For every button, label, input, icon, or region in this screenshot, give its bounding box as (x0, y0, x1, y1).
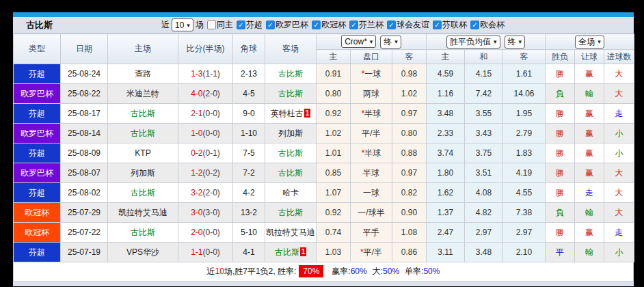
away-team-link[interactable]: 古比斯 (278, 208, 303, 217)
checkbox-unchecked-icon[interactable] (207, 20, 216, 29)
table-row: 芬超 25-07-19 VPS华沙 1-1(0-0) 4-1 古比斯1 1.03… (14, 243, 634, 262)
result-wdl: 勝 (546, 183, 575, 203)
filter-label: 欧冠杯 (321, 19, 346, 31)
score-cell: 4-0(2-0) (178, 84, 233, 104)
checkbox-checked-icon[interactable]: ✓ (349, 20, 358, 29)
away-team-link[interactable]: 哈卡 (282, 188, 299, 197)
checkbox-checked-icon[interactable]: ✓ (266, 20, 275, 29)
single-rate-value: 50% (423, 266, 440, 276)
home-team-link[interactable]: VPS华沙 (126, 247, 159, 257)
match-date: 25-08-14 (61, 124, 108, 144)
scope-select[interactable]: 全场▾ (575, 36, 604, 49)
result-goals: 大 (604, 163, 634, 183)
odds-company-select[interactable]: Crow*▾ (341, 35, 376, 48)
odds-group-header: Crow*▾终▾ (317, 34, 427, 50)
match-date: 25-08-07 (61, 163, 108, 183)
home-team-link[interactable]: 米迪兰特 (126, 89, 159, 98)
table-row: 芬超 25-08-24 查路 1-3(1-1) 2-13 古比斯 0.91 *一… (14, 64, 634, 84)
filter-option[interactable]: ✓芬兰杯 (346, 19, 384, 31)
home-team-link[interactable]: KTP (135, 148, 150, 158)
chevron-down-icon: ▾ (394, 38, 398, 45)
result-goals: 小 (604, 144, 634, 163)
checkbox-checked-icon[interactable]: ✓ (312, 20, 321, 29)
home-team-cell: 查路 (108, 64, 178, 84)
away-team-link[interactable]: 古比斯 (278, 69, 303, 79)
checkbox-checked-icon[interactable]: ✓ (470, 20, 479, 29)
away-team-link[interactable]: 古比斯 (275, 247, 299, 257)
result-goals: 小 (604, 243, 634, 262)
checkbox-checked-icon[interactable]: ✓ (237, 20, 245, 29)
result-wdl: 勝 (546, 144, 575, 163)
handicap-home-odds: 1.07 (317, 183, 351, 203)
filter-label: 芬联杯 (442, 19, 467, 31)
handicap-away-odds: 0.97 (392, 163, 427, 183)
filter-option[interactable]: ✓欧罗巴杯 (263, 19, 308, 31)
filter-label: 同主 (217, 19, 233, 31)
handicap-home-odds: 1.01 (317, 144, 351, 163)
filter-option[interactable]: ✓欧冠杯 (308, 19, 346, 31)
score-cell: 1-1(0-0) (178, 243, 233, 262)
away-team-cell: 英特杜古1 (265, 104, 317, 124)
avg-time-value: 终 (508, 36, 516, 48)
checkbox-checked-icon[interactable]: ✓ (387, 20, 396, 29)
home-team-cell: 古比斯 (108, 104, 178, 124)
stats-panel: 古比斯 近 10 ▾ 场 同主✓芬超✓欧罗巴杯✓欧冠杯✓芬兰杯✓球会友谊✓芬联杯… (13, 12, 634, 286)
scope-group-header: 全场▾ (546, 34, 634, 50)
avg-time-select[interactable]: 终▾ (505, 36, 526, 49)
filter-option[interactable]: 同主 (204, 19, 233, 31)
away-team-link[interactable]: 凯拉特艾马迪 (266, 228, 315, 237)
table-row: 欧罗巴杯 25-08-14 古比斯 1-0(0-0) 1-10 列加斯 1.02… (14, 124, 634, 144)
handicap-home-odds: 1.02 (317, 124, 351, 144)
odds-company-value: Crow* (345, 37, 367, 46)
home-team-link[interactable]: 查路 (135, 69, 151, 79)
handicap-away-odds: 1.02 (392, 84, 427, 104)
odds-time-select[interactable]: 终▾ (380, 36, 401, 49)
sub-column-header: 和 (465, 50, 503, 64)
avg-away-odds: 1.95 (503, 104, 546, 124)
home-team-link[interactable]: 古比斯 (131, 109, 155, 118)
result-goals: 大 (604, 64, 634, 84)
recent-count-select[interactable]: 10 ▾ (172, 18, 193, 31)
result-handicap: 赢 (575, 64, 604, 84)
handicap-line: *平/半 (351, 243, 392, 262)
handicap-away-odds: 0.82 (392, 183, 427, 203)
halftime-score: (0-0) (203, 109, 220, 118)
avg-select[interactable]: 胜平负均值▾ (446, 36, 500, 49)
home-team-cell: 古比斯 (108, 183, 178, 203)
home-team-link[interactable]: 古比斯 (131, 228, 155, 237)
filter-option[interactable]: ✓芬超 (233, 19, 263, 31)
away-team-link[interactable]: 列加斯 (278, 128, 303, 138)
score-cell: 1-2(0-2) (178, 163, 233, 183)
home-team-link[interactable]: 古比斯 (131, 188, 155, 197)
handicap-away-odds: 1.08 (392, 223, 427, 243)
sub-column-header: 盘口 (351, 50, 392, 64)
checkbox-checked-icon[interactable]: ✓ (433, 20, 442, 29)
filter-option[interactable]: ✓欧会杯 (467, 19, 505, 31)
home-team-link[interactable]: 凯拉特艾马迪 (118, 208, 167, 217)
column-header: 角球 (233, 34, 265, 64)
odds-time-value: 终 (384, 36, 392, 48)
filter-label: 芬超 (246, 19, 263, 31)
away-team-link[interactable]: 古比斯 (278, 148, 303, 158)
home-team-link[interactable]: 古比斯 (131, 128, 155, 138)
footer-strip (13, 282, 634, 286)
table-header: 类型日期主场比分(半场)角球客场 Crow*▾终▾ 胜平负均值▾终▾ 全场▾ 主… (14, 34, 634, 64)
home-team-cell: 古比斯 (108, 223, 178, 243)
league-badge: 芬超 (14, 243, 61, 262)
league-badge: 芬超 (14, 144, 61, 163)
away-team-link[interactable]: 古比斯 (278, 89, 303, 98)
away-team-link[interactable]: 古比斯 (278, 168, 303, 178)
avg-away-odds: 2.10 (503, 243, 546, 262)
handicap-text: 半球 (363, 168, 379, 178)
filter-option[interactable]: ✓球会友谊 (384, 19, 429, 31)
avg-select-value: 胜平负均值 (450, 36, 491, 48)
home-team-cell: KTP (108, 144, 178, 163)
away-team-cell: 列加斯 (265, 124, 317, 144)
away-team-link[interactable]: 英特杜古 (271, 109, 304, 118)
table-row: 欧罗巴杯 25-08-07 列加斯 1-2(0-2) 7-2 古比斯 0.85 … (14, 163, 634, 183)
chevron-down-icon: ▾ (519, 38, 522, 45)
match-date: 25-08-22 (61, 84, 108, 104)
result-goals: 走 (604, 104, 634, 124)
filter-option[interactable]: ✓芬联杯 (429, 19, 467, 31)
home-team-link[interactable]: 列加斯 (131, 168, 155, 178)
